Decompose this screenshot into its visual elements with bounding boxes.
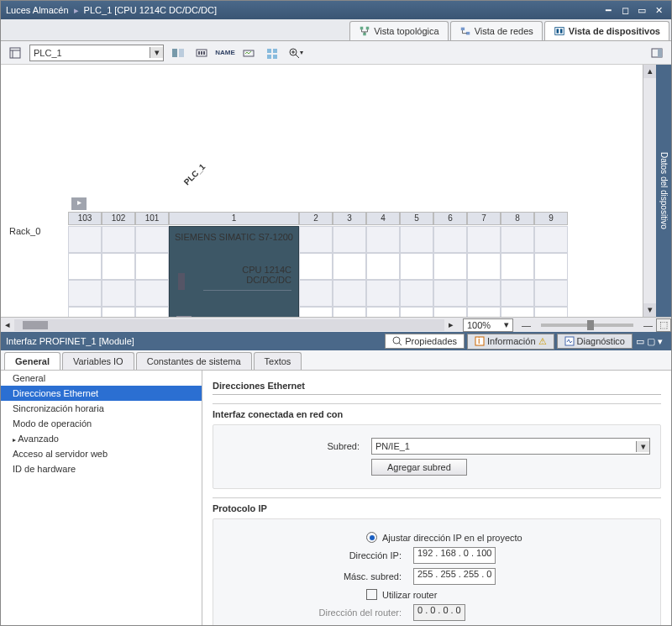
inspector-header: Interfaz PROFINET_1 [Module] Propiedades… xyxy=(1,332,671,350)
tool-btn-4[interactable] xyxy=(239,44,258,62)
svg-rect-8 xyxy=(10,48,20,58)
plc-label: PLC_1 xyxy=(182,162,207,187)
svg-rect-12 xyxy=(198,51,200,55)
subtab-const[interactable]: Constantes de sistema xyxy=(136,352,252,370)
scroll-left-icon[interactable]: ◂ xyxy=(1,319,14,330)
slot-num: 101 xyxy=(135,212,169,225)
radio-ip-project[interactable] xyxy=(366,532,377,543)
slot-num: 5 xyxy=(400,212,433,225)
group-ip-title: Protocolo IP xyxy=(213,498,661,518)
property-panel: Direcciones Ethernet Interfaz conectada … xyxy=(202,371,671,625)
tab-device[interactable]: Vista de dispositivos xyxy=(544,21,669,40)
tab-diag[interactable]: Diagnóstico xyxy=(557,334,633,349)
diag-icon xyxy=(564,336,575,346)
group-conn-title: Interfaz conectada en red con xyxy=(213,404,661,424)
section-heading: Direcciones Ethernet xyxy=(213,377,661,395)
restore-icon[interactable]: ◻ xyxy=(617,4,633,16)
svg-rect-22 xyxy=(658,49,662,57)
slot-num: 103 xyxy=(68,212,102,225)
nav-web[interactable]: Acceso al servidor web xyxy=(1,446,202,461)
inspector-layout-buttons[interactable]: ▭ ▢ ▾ xyxy=(633,336,666,347)
device-toolbar: PLC_1▾ NAME ▾ xyxy=(1,41,671,65)
chevron-down-icon: ▾ xyxy=(504,319,509,330)
inspector-body: General Direcciones Ethernet Sincronizac… xyxy=(1,371,671,625)
rack-label: Rack_0 xyxy=(9,226,40,236)
nav-mode[interactable]: Modo de operación xyxy=(1,416,202,431)
router-ip-field: 0.0.0.0 xyxy=(413,604,465,621)
v-scrollbar[interactable]: ▴ ▾ xyxy=(643,65,656,317)
slot-num: 4 xyxy=(366,212,400,225)
view-tab-row: Vista topológica Vista de redes Vista de… xyxy=(1,19,671,41)
svg-rect-18 xyxy=(267,55,271,59)
svg-rect-5 xyxy=(555,28,564,35)
slot-num: 1 xyxy=(169,212,299,225)
window-titlebar: Luces Almacén ▸ PLC_1 [CPU 1214C DC/DC/D… xyxy=(1,1,671,19)
svg-rect-1 xyxy=(366,27,370,30)
svg-rect-14 xyxy=(203,51,205,55)
zoom-combo[interactable]: 100%▾ xyxy=(463,318,513,332)
svg-rect-3 xyxy=(460,28,464,31)
maximize-icon[interactable]: ▭ xyxy=(634,4,649,16)
slot-num: 102 xyxy=(102,212,135,225)
add-subnet-button[interactable]: Agregar subred xyxy=(371,459,467,476)
tool-btn-right[interactable] xyxy=(648,44,666,62)
tool-btn-3[interactable]: NAME xyxy=(216,44,234,62)
ethernet-port-icon[interactable]: ▸ xyxy=(176,316,192,317)
slot-pointer: ▸ xyxy=(71,197,87,210)
device-icon xyxy=(554,25,565,37)
device-combo[interactable]: PLC_1▾ xyxy=(29,45,164,61)
h-scrollbar[interactable] xyxy=(14,319,444,331)
scroll-up-icon[interactable]: ▴ xyxy=(643,65,656,78)
ip-label: Dirección IP: xyxy=(265,550,408,560)
tab-properties[interactable]: Propiedades xyxy=(385,334,465,349)
nav-ethernet[interactable]: Direcciones Ethernet xyxy=(1,386,202,401)
cpu-module[interactable]: SIEMENSSIMATIC S7-1200 CPU 1214C DC/DC/D… xyxy=(169,226,299,317)
ip-field[interactable]: 192.168.0.100 xyxy=(413,547,496,564)
slot-num: 7 xyxy=(467,212,501,225)
router-checkbox[interactable] xyxy=(366,589,377,600)
subnet-label: Subred: xyxy=(223,441,366,451)
subnet-combo[interactable]: PN/IE_1▾ xyxy=(371,438,650,455)
slot-num: 6 xyxy=(433,212,467,225)
inspector-subtabs: General Variables IO Constantes de siste… xyxy=(1,350,671,371)
svg-text:i: i xyxy=(478,336,480,345)
tool-btn-5[interactable] xyxy=(263,44,281,62)
svg-rect-0 xyxy=(360,27,364,30)
properties-icon xyxy=(392,336,402,346)
info-icon: i xyxy=(475,336,485,346)
nav-sync[interactable]: Sincronización horaria xyxy=(1,401,202,416)
svg-rect-10 xyxy=(179,49,184,57)
toggle-tree-button[interactable] xyxy=(6,44,24,62)
nav-advanced[interactable]: Avanzado xyxy=(1,431,202,446)
breadcrumb-device: PLC_1 [CPU 1214C DC/DC/DC] xyxy=(84,5,217,15)
tab-info[interactable]: iInformación⚠ xyxy=(467,334,554,350)
warning-icon: ⚠ xyxy=(538,336,547,347)
svg-rect-7 xyxy=(560,29,563,33)
device-canvas[interactable]: ▸ PLC_1 103 102 101 1 2 3 4 5 6 7 8 9 Ra… xyxy=(1,65,671,317)
subtab-general[interactable]: General xyxy=(4,352,60,370)
nav-general[interactable]: General xyxy=(1,371,202,386)
close-icon[interactable]: ✕ xyxy=(651,4,666,16)
slot-numbers: 103 102 101 1 2 3 4 5 6 7 8 9 xyxy=(68,212,568,225)
tool-btn-2[interactable] xyxy=(192,44,211,62)
tab-network[interactable]: Vista de redes xyxy=(450,21,543,40)
side-panel-tab[interactable]: Datos del dispositivo xyxy=(656,65,671,317)
minimize-icon[interactable]: ━ xyxy=(601,4,616,16)
slot-num: 2 xyxy=(299,212,333,225)
tool-btn-1[interactable] xyxy=(169,44,187,62)
scroll-down-icon[interactable]: ▾ xyxy=(643,303,656,317)
tab-topology[interactable]: Vista topológica xyxy=(349,21,448,40)
subtab-vario[interactable]: Variables IO xyxy=(62,352,134,370)
zoom-tool[interactable]: ▾ xyxy=(286,44,305,62)
subtab-text[interactable]: Textos xyxy=(254,352,302,370)
zoom-slider[interactable] xyxy=(541,324,633,327)
scroll-right-icon[interactable]: ▸ xyxy=(444,319,458,330)
cpu-led-strip xyxy=(178,273,185,290)
inspector-title: Interfaz PROFINET_1 [Module] xyxy=(6,336,382,346)
svg-rect-6 xyxy=(556,29,559,33)
mask-field[interactable]: 255.255.255.0 xyxy=(413,568,496,585)
fit-button[interactable]: ⬚ xyxy=(656,318,671,332)
nav-hw[interactable]: ID de hardware xyxy=(1,461,202,476)
mask-label: Másc. subred: xyxy=(265,571,408,581)
chevron-down-icon: ▾ xyxy=(150,47,163,58)
